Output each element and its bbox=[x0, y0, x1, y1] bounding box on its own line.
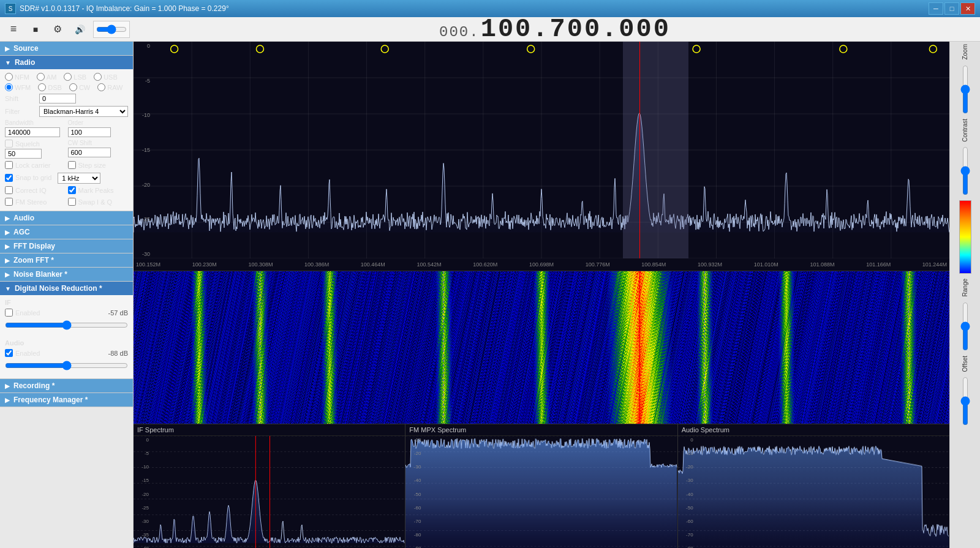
frequency-display: 000. 100.700.000 bbox=[135, 15, 975, 44]
radio-content: NFM AM LSB USB WFM DSB CW RAW Shift Filt… bbox=[0, 69, 133, 211]
settings-button[interactable]: ⚙ bbox=[49, 21, 66, 38]
markpeaks-checkbox[interactable] bbox=[68, 186, 76, 194]
shift-label: Shift bbox=[5, 95, 36, 102]
mode-lsb[interactable]: LSB bbox=[64, 73, 86, 81]
fm-mpx-title: FM MPX Spectrum bbox=[405, 424, 677, 436]
if-enabled-row: Enabled -57 dB bbox=[5, 309, 128, 317]
offset-slider[interactable] bbox=[960, 377, 970, 426]
radio-label: Radio bbox=[15, 58, 35, 67]
if-enabled-label: Enabled bbox=[15, 309, 40, 317]
audio-header[interactable]: ▶ Audio bbox=[0, 211, 133, 225]
lockcarrier-checkbox[interactable] bbox=[5, 161, 13, 169]
shift-row: Shift bbox=[5, 94, 128, 103]
radio-header[interactable]: ▼ Radio bbox=[0, 56, 133, 69]
shift-input[interactable] bbox=[39, 94, 76, 103]
range-slider[interactable] bbox=[960, 302, 970, 351]
swapiq-checkbox[interactable] bbox=[68, 198, 76, 206]
spectrum-freq-axis: 100.152M 100.230M 100.308M 100.386M 100.… bbox=[134, 258, 949, 271]
highlight-band bbox=[623, 42, 688, 258]
dnr-header[interactable]: ▼ Digital Noise Reduction * bbox=[0, 282, 133, 295]
stepsize-checkbox[interactable] bbox=[68, 161, 76, 169]
left-panel: ▶ Source ▼ Radio NFM AM LSB USB WFM DSB … bbox=[0, 42, 134, 548]
dnr-content: IF Enabled -57 dB Audio Enabled -88 dB bbox=[0, 295, 133, 378]
noiseblanker-header[interactable]: ▶ Noise Blanker * bbox=[0, 268, 133, 281]
filter-select[interactable]: Blackman-Harris 4 Hamming Hann Rectangul… bbox=[39, 106, 128, 117]
volume-slider[interactable] bbox=[96, 24, 127, 34]
zoomfft-header[interactable]: ▶ Zoom FFT * bbox=[0, 253, 133, 267]
freqmanager-header[interactable]: ▶ Frequency Manager * bbox=[0, 393, 133, 407]
dnr-label: Digital Noise Reduction * bbox=[15, 284, 102, 293]
mode-cw[interactable]: CW bbox=[69, 83, 90, 91]
dnr-section: ▼ Digital Noise Reduction * IF Enabled -… bbox=[0, 282, 133, 379]
mode-nfm[interactable]: NFM bbox=[5, 73, 29, 81]
mode-wfm[interactable]: WFM bbox=[5, 83, 31, 91]
squelch-cwshift-row: Squelch CW Shift bbox=[5, 140, 128, 159]
if-y-axis: 0 -5 -10 -15 -20 -25 -30 -35 -40 bbox=[134, 436, 149, 548]
audio-button[interactable]: 🔊 bbox=[71, 21, 88, 38]
if-spectrum-chart: 100.608M 100.656M 100.704M 100.752M 100.… bbox=[134, 436, 405, 548]
mode-usb[interactable]: USB bbox=[94, 73, 118, 81]
minimize-button[interactable]: ─ bbox=[929, 2, 943, 15]
filter-row: Filter Blackman-Harris 4 Hamming Hann Re… bbox=[5, 106, 128, 117]
fm-mpx-canvas bbox=[405, 436, 677, 548]
source-header[interactable]: ▶ Source bbox=[0, 42, 133, 55]
if-enabled-checkbox[interactable] bbox=[5, 309, 13, 317]
mode-dsb[interactable]: DSB bbox=[38, 83, 62, 91]
snap-value-select[interactable]: 1 kHz 5 kHz 10 kHz bbox=[58, 173, 100, 184]
if-db-value: -57 dB bbox=[108, 309, 128, 317]
squelch-input[interactable] bbox=[5, 149, 42, 159]
color-scale bbox=[959, 200, 971, 274]
order-input[interactable] bbox=[68, 127, 111, 137]
bandwidth-input[interactable] bbox=[5, 127, 60, 137]
cwshift-input[interactable] bbox=[68, 148, 111, 157]
order-col: Order bbox=[68, 119, 129, 137]
recording-header[interactable]: ▶ Recording * bbox=[0, 379, 133, 392]
audio-spectrum-title: Audio Spectrum bbox=[678, 424, 949, 436]
contrast-slider[interactable] bbox=[960, 146, 970, 195]
mode-raw[interactable]: RAW bbox=[97, 83, 123, 91]
close-button[interactable]: ✕ bbox=[960, 2, 975, 15]
title-text: SDR# v1.0.0.1317 - IQ Imbalance: Gain = … bbox=[20, 4, 229, 13]
menu-button[interactable]: ≡ bbox=[5, 21, 22, 38]
waterfall-canvas bbox=[134, 271, 949, 424]
squelch-col: Squelch bbox=[5, 140, 66, 159]
agc-section: ▶ AGC bbox=[0, 225, 133, 239]
if-slider-container bbox=[5, 318, 128, 334]
bottom-panels: IF Spectrum 100.608M 100.656M 100.704M 1… bbox=[134, 424, 949, 548]
volume-slider-area[interactable] bbox=[93, 21, 130, 38]
fm-y-axis: -10 -20 -30 -40 -50 -60 -70 -80 -90 bbox=[405, 436, 421, 548]
source-arrow: ▶ bbox=[5, 45, 10, 52]
snaptogrid-check: Snap to grid bbox=[5, 174, 51, 182]
snaptogrid-checkbox[interactable] bbox=[5, 174, 13, 182]
audio-enabled-checkbox[interactable] bbox=[5, 349, 13, 357]
right-sidebar: Zoom Contrast Range Offset bbox=[949, 42, 980, 548]
if-spectrum-panel: IF Spectrum 100.608M 100.656M 100.704M 1… bbox=[134, 424, 405, 548]
squelch-checkbox[interactable] bbox=[5, 140, 13, 148]
freqmanager-section: ▶ Frequency Manager * bbox=[0, 393, 133, 407]
snaptogrid-row: Snap to grid 1 kHz 5 kHz 10 kHz bbox=[5, 173, 128, 184]
correctiq-label: Correct IQ bbox=[15, 187, 47, 194]
correctiq-checkbox[interactable] bbox=[5, 186, 13, 194]
snaptogrid-label: Snap to grid bbox=[15, 174, 51, 181]
freqmanager-label: Frequency Manager * bbox=[13, 396, 88, 404]
radio-section: ▼ Radio NFM AM LSB USB WFM DSB CW RAW Sh… bbox=[0, 56, 133, 211]
fftdisplay-label: FFT Display bbox=[13, 242, 55, 250]
fftdisplay-header[interactable]: ▶ FFT Display bbox=[0, 239, 133, 253]
zoomfft-label: Zoom FFT * bbox=[13, 256, 54, 265]
if-slider[interactable] bbox=[5, 320, 128, 330]
fmstereo-swapiq-row: FM Stereo Swap I & Q bbox=[5, 198, 128, 207]
spectrum-cursor bbox=[639, 42, 640, 258]
fm-mpx-chart: DC 19k 38k 57k 76k 95k -10 -20 -30 -40 -… bbox=[405, 436, 677, 548]
agc-header[interactable]: ▶ AGC bbox=[0, 225, 133, 239]
markpeaks-label: Mark Peaks bbox=[78, 187, 114, 194]
fmstereo-checkbox[interactable] bbox=[5, 198, 13, 206]
maximize-button[interactable]: □ bbox=[944, 2, 959, 15]
bandwidth-col: Bandwidth bbox=[5, 119, 66, 137]
audio-slider[interactable] bbox=[5, 361, 128, 370]
mode-am[interactable]: AM bbox=[37, 73, 57, 81]
fmstereo-label: FM Stereo bbox=[15, 198, 47, 206]
zoom-slider[interactable] bbox=[960, 65, 970, 114]
stop-button[interactable]: ■ bbox=[27, 21, 44, 38]
filter-label: Filter bbox=[5, 108, 36, 115]
agc-label: AGC bbox=[13, 228, 30, 236]
